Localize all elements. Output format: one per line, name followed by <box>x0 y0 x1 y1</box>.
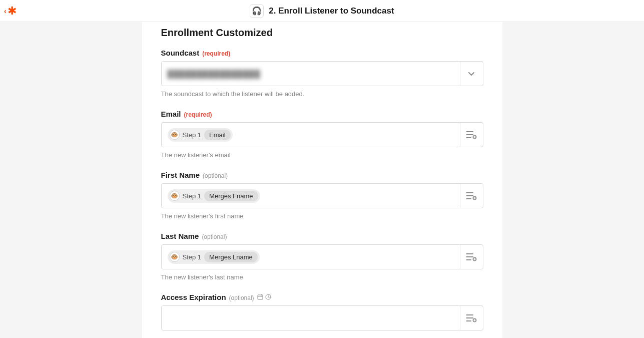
svg-rect-18 <box>258 295 263 299</box>
last-name-pill-value: Merges Lname <box>204 252 258 262</box>
page-title: 2. Enroll Listener to Soundcast <box>269 6 394 16</box>
last-name-optional-tag: (optional) <box>202 233 227 240</box>
soundcast-dropdown-toggle[interactable] <box>460 62 483 86</box>
mailchimp-icon: 🐵 <box>170 130 180 140</box>
email-required-tag: (required) <box>184 111 212 118</box>
soundcast-required-tag: (required) <box>202 50 230 57</box>
last-name-label: Last Name <box>161 232 199 240</box>
access-expiration-input[interactable] <box>161 305 483 330</box>
email-pill-step: Step 1 <box>183 131 202 139</box>
field-email: Email (required) 🐵 Step 1 Email <box>161 110 483 159</box>
first-name-label: First Name <box>161 171 200 179</box>
last-name-insert-data-button[interactable] <box>460 245 483 269</box>
access-expiration-optional-tag: (optional) <box>229 294 254 301</box>
form-panel: Enrollment Customized Soundcast (require… <box>142 22 502 338</box>
step-app-icon: 🎧 <box>250 4 264 18</box>
chevron-down-icon <box>467 70 475 78</box>
soundcast-label: Soundcast <box>161 49 200 57</box>
last-name-pill[interactable]: 🐵 Step 1 Merges Lname <box>168 250 260 264</box>
first-name-pill-value: Merges Fname <box>204 191 258 201</box>
last-name-pill-step: Step 1 <box>183 253 202 261</box>
zapier-logo-icon: ✱ <box>8 5 17 18</box>
access-expiration-label: Access Expiration <box>161 293 226 301</box>
first-name-pill[interactable]: 🐵 Step 1 Merges Fname <box>168 189 260 203</box>
field-access-expiration: Access Expiration (optional) <box>161 293 483 330</box>
access-expiration-insert-data-button[interactable] <box>460 306 483 330</box>
clock-icon <box>265 294 271 300</box>
field-soundcast: Soundcast (required) ████████████████ Th… <box>161 49 483 98</box>
soundcast-value-masked: ████████████████ <box>168 70 261 78</box>
soundwise-icon: 🎧 <box>252 6 262 16</box>
mailchimp-icon: 🐵 <box>170 252 180 262</box>
mailchimp-icon: 🐵 <box>170 191 180 201</box>
chevron-left-icon: ‹ <box>4 7 7 15</box>
insert-data-icon <box>466 252 477 261</box>
calendar-icon <box>257 294 263 300</box>
app-logo[interactable]: ‹ ✱ <box>4 5 17 18</box>
svg-line-24 <box>268 297 270 298</box>
email-label: Email <box>161 110 181 118</box>
section-title: Enrollment Customized <box>161 22 483 49</box>
insert-data-icon <box>466 191 477 200</box>
email-input[interactable]: 🐵 Step 1 Email <box>161 122 483 147</box>
field-last-name: Last Name (optional) 🐵 Step 1 Merges Lna… <box>161 232 483 281</box>
first-name-insert-data-button[interactable] <box>460 184 483 208</box>
soundcast-select[interactable]: ████████████████ <box>161 61 483 86</box>
first-name-pill-step: Step 1 <box>183 192 202 200</box>
email-pill[interactable]: 🐵 Step 1 Email <box>168 128 233 142</box>
field-first-name: First Name (optional) 🐵 Step 1 Merges Fn… <box>161 171 483 220</box>
email-pill-value: Email <box>204 130 231 140</box>
first-name-input[interactable]: 🐵 Step 1 Merges Fname <box>161 183 483 208</box>
last-name-input[interactable]: 🐵 Step 1 Merges Lname <box>161 244 483 269</box>
first-name-optional-tag: (optional) <box>203 172 228 179</box>
insert-data-icon <box>466 313 477 322</box>
soundcast-help: The soundcast to which the listener will… <box>161 90 483 98</box>
email-insert-data-button[interactable] <box>460 123 483 147</box>
insert-data-icon <box>466 130 477 139</box>
email-help: The new listener's email <box>161 151 483 159</box>
last-name-help: The new listener's last name <box>161 273 483 281</box>
first-name-help: The new listener's first name <box>161 212 483 220</box>
